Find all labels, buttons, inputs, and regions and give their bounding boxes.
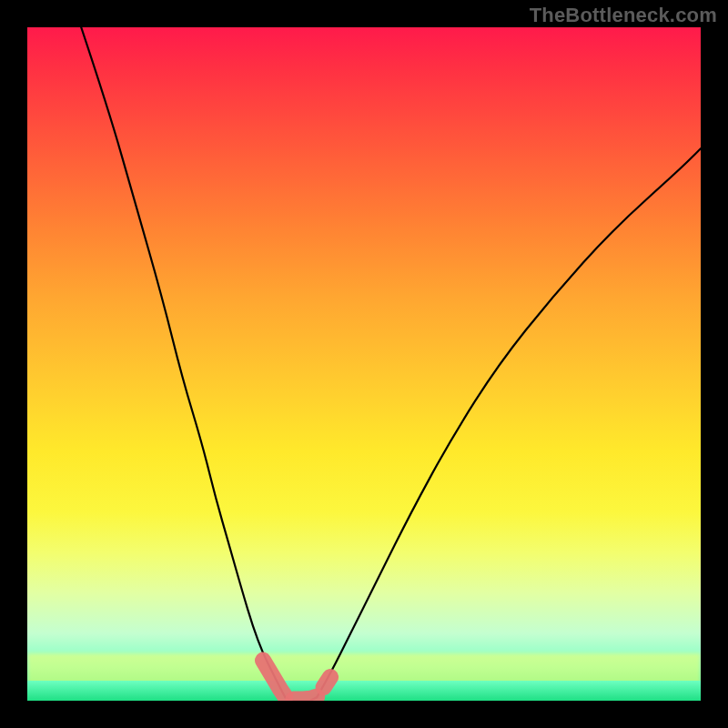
watermark-text: TheBottleneck.com bbox=[530, 4, 717, 27]
plot-area bbox=[27, 27, 701, 701]
right-curve bbox=[317, 148, 701, 697]
highlight-floor-segment bbox=[293, 697, 317, 700]
curves-svg bbox=[27, 27, 701, 701]
highlight-right-segment bbox=[324, 677, 330, 687]
highlight-left-segment bbox=[263, 661, 285, 697]
chart-frame: TheBottleneck.com bbox=[0, 0, 728, 728]
left-curve bbox=[81, 27, 285, 697]
